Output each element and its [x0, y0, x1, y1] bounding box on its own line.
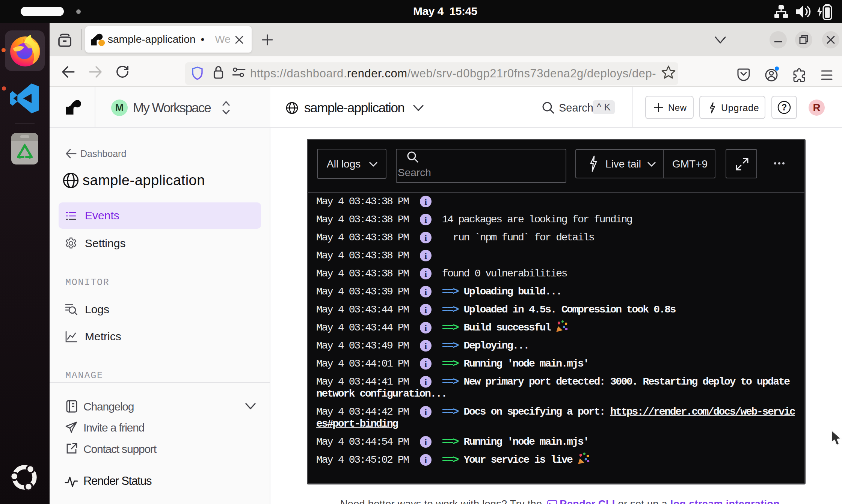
svg-text:?: ?	[782, 103, 787, 112]
